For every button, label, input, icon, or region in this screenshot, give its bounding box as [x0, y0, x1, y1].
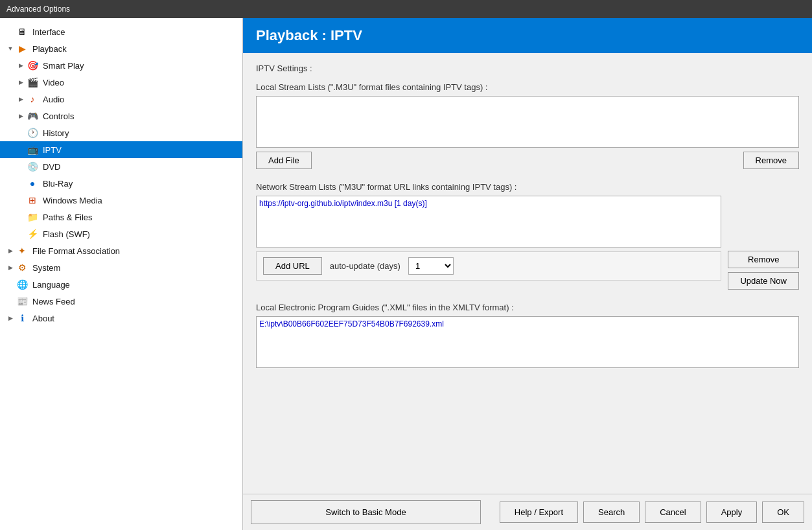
remove-local-stream-button[interactable]: Remove [743, 152, 799, 169]
help-export-button[interactable]: Help / Export [500, 501, 578, 523]
flash-icon: ⚡ [26, 227, 39, 240]
expand-icon-controls: ▶ [16, 111, 26, 121]
sidebar-item-video[interactable]: ▶ 🎬 Video [0, 74, 242, 91]
network-stream-group: Network Stream Lists ("M3U" format URL l… [256, 182, 799, 290]
local-stream-button-row: Add File Remove [256, 152, 799, 169]
history-icon: 🕐 [26, 126, 39, 139]
content-body: IPTV Settings : Local Stream Lists (".M3… [243, 53, 812, 494]
sidebar-item-playback[interactable]: ▼ ▶ Playback [0, 40, 242, 57]
sidebar-item-system[interactable]: ▶ ⚙ System [0, 259, 242, 276]
title-bar-label: Advanced Options [6, 5, 70, 14]
expand-icon-dvd [16, 161, 26, 172]
expand-icon-language [5, 279, 16, 290]
sidebar-item-history[interactable]: 🕐 History [0, 124, 242, 141]
interface-icon: 🖥 [16, 25, 29, 38]
file-format-icon: ✦ [16, 244, 29, 257]
epg-group: Local Electronic Program Guides (".XML" … [256, 303, 799, 368]
days-select[interactable]: 1 2 3 7 [408, 257, 454, 275]
local-stream-group: Local Stream Lists (".M3U" format files … [256, 82, 799, 169]
sidebar-label-windows-media: Windows Media [43, 196, 102, 205]
controls-icon: 🎮 [26, 109, 39, 122]
sidebar-label-system: System [32, 263, 60, 273]
remove-network-stream-button[interactable]: Remove [728, 251, 799, 268]
content-header: Playback : IPTV [243, 18, 812, 53]
sidebar-item-controls[interactable]: ▶ 🎮 Controls [0, 108, 242, 124]
cancel-button[interactable]: Cancel [645, 501, 701, 523]
sidebar-item-blu-ray[interactable]: ● Blu-Ray [0, 175, 242, 192]
switch-basic-mode-button[interactable]: Switch to Basic Mode [251, 500, 481, 524]
bottom-bar: Switch to Basic Mode Help / Export Searc… [243, 494, 812, 530]
expand-icon-system: ▶ [5, 262, 16, 273]
add-file-button[interactable]: Add File [256, 152, 312, 169]
expand-icon-video: ▶ [16, 77, 26, 87]
network-stream-textarea[interactable] [256, 196, 721, 248]
epg-textarea[interactable] [256, 316, 799, 368]
expand-icon-history [16, 128, 26, 138]
about-icon: ℹ [16, 312, 29, 325]
news-feed-icon: 📰 [16, 295, 29, 308]
expand-icon-iptv [16, 144, 26, 155]
sidebar-label-news-feed: News Feed [32, 297, 75, 306]
sidebar-item-smart-play[interactable]: ▶ 🎯 Smart Play [0, 57, 242, 74]
url-controls-box: Add URL auto-update (days) 1 2 3 7 [256, 251, 721, 281]
add-url-button[interactable]: Add URL [263, 257, 322, 275]
apply-button[interactable]: Apply [706, 501, 758, 523]
expand-icon-flash [16, 229, 26, 239]
expand-icon-smart-play: ▶ [16, 60, 26, 71]
sidebar-label-dvd: DVD [43, 162, 60, 172]
playback-icon: ▶ [16, 42, 29, 55]
sidebar-label-flash: Flash (SWF) [43, 229, 90, 239]
sidebar-label-controls: Controls [43, 111, 74, 121]
sidebar-item-iptv[interactable]: 📺 IPTV [0, 141, 242, 158]
local-stream-textarea[interactable] [256, 96, 799, 148]
windows-media-icon: ⊞ [26, 194, 39, 207]
sidebar-item-audio[interactable]: ▶ ♪ Audio [0, 91, 242, 108]
smart-play-icon: 🎯 [26, 59, 39, 72]
expand-icon-news-feed [5, 296, 16, 306]
sidebar-item-interface[interactable]: 🖥 Interface [0, 23, 242, 40]
sidebar-item-dvd[interactable]: 💿 DVD [0, 158, 242, 175]
system-icon: ⚙ [16, 261, 29, 274]
sidebar-item-windows-media[interactable]: ⊞ Windows Media [0, 192, 242, 209]
sidebar: 🖥 Interface ▼ ▶ Playback ▶ 🎯 Smart Play … [0, 18, 243, 530]
page-title: Playback : IPTV [256, 27, 799, 44]
sidebar-item-file-format[interactable]: ▶ ✦ File Format Association [0, 242, 242, 259]
blu-ray-icon: ● [26, 177, 39, 190]
sidebar-label-interface: Interface [32, 27, 65, 37]
sidebar-item-language[interactable]: 🌐 Language [0, 276, 242, 293]
sidebar-label-iptv: IPTV [43, 145, 62, 155]
expand-icon-audio: ▶ [16, 94, 26, 104]
ok-button[interactable]: OK [762, 501, 804, 523]
sidebar-item-about[interactable]: ▶ ℹ About [0, 310, 242, 327]
network-stream-label: Network Stream Lists ("M3U" format URL l… [256, 182, 799, 192]
sidebar-label-smart-play: Smart Play [43, 61, 84, 71]
content-area: Playback : IPTV IPTV Settings : Local St… [243, 18, 812, 530]
expand-icon-windows-media [16, 195, 26, 205]
sidebar-label-about: About [32, 314, 54, 323]
sidebar-label-file-format: File Format Association [32, 246, 120, 256]
sidebar-label-history: History [43, 128, 69, 138]
expand-icon-paths-files [16, 212, 26, 222]
sidebar-label-playback: Playback [32, 44, 67, 54]
sidebar-label-blu-ray: Blu-Ray [43, 179, 73, 189]
paths-files-icon: 📁 [26, 211, 39, 224]
sidebar-label-paths-files: Paths & Files [43, 213, 93, 222]
sidebar-label-video: Video [43, 78, 64, 87]
local-stream-label: Local Stream Lists (".M3U" format files … [256, 82, 799, 92]
title-bar: Advanced Options [0, 0, 812, 18]
sidebar-label-audio: Audio [43, 95, 64, 104]
expand-icon-about: ▶ [5, 313, 16, 323]
dvd-icon: 💿 [26, 160, 39, 173]
sidebar-item-flash[interactable]: ⚡ Flash (SWF) [0, 225, 242, 242]
section-title: IPTV Settings : [256, 63, 799, 73]
epg-label: Local Electronic Program Guides (".XML" … [256, 303, 799, 312]
search-button[interactable]: Search [583, 501, 640, 523]
iptv-icon: 📺 [26, 143, 39, 156]
auto-update-label: auto-update (days) [330, 261, 400, 271]
sidebar-item-paths-files[interactable]: 📁 Paths & Files [0, 209, 242, 225]
sidebar-item-news-feed[interactable]: 📰 News Feed [0, 293, 242, 310]
expand-icon-playback: ▼ [5, 43, 16, 54]
update-now-button[interactable]: Update Now [728, 272, 799, 290]
audio-icon: ♪ [26, 93, 39, 106]
sidebar-label-language: Language [32, 280, 70, 290]
